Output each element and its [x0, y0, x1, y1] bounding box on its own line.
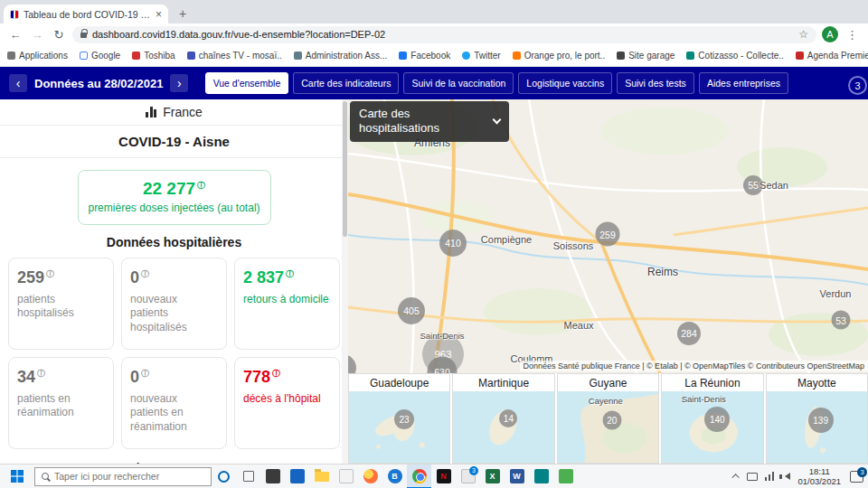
dashboard-navbar: ‹ Données au 28/02/2021 › Vue d'ensemble… — [0, 67, 868, 99]
tab-vue-densemble[interactable]: Vue d'ensemble — [205, 72, 289, 94]
info-icon[interactable]: ⓘ — [141, 269, 149, 278]
netflix-button[interactable]: N — [431, 465, 456, 488]
tab-suivi-vaccination[interactable]: Suivi de la vaccination — [403, 72, 514, 94]
taskbar-app-4[interactable] — [553, 465, 578, 488]
overseas-bubble[interactable]: 140 — [704, 407, 730, 432]
overseas-bubble[interactable]: 20 — [602, 411, 621, 430]
network-icon[interactable] — [765, 472, 775, 481]
overseas-card-martinique[interactable]: Martinique 14 — [452, 373, 554, 464]
notification-count-badge[interactable]: 3 — [848, 76, 867, 95]
bookmark-site-garage[interactable]: Site garage — [617, 51, 675, 61]
overseas-bubble[interactable]: 139 — [808, 408, 834, 433]
sidebar-scrollbar-thumb[interactable] — [343, 101, 347, 237]
browser-tab[interactable]: Tableau de bord COVID-19 Suivi × — [4, 5, 168, 23]
browser-menu-icon[interactable]: ⋮ — [844, 28, 861, 42]
reload-button[interactable]: ↻ — [51, 26, 67, 42]
tab-suivi-des-tests[interactable]: Suivi des tests — [617, 72, 694, 94]
browser-tabstrip: Tableau de bord COVID-19 Suivi × + — [0, 0, 868, 23]
tab-close-icon[interactable]: × — [156, 8, 162, 21]
bookmark-twitter[interactable]: Twitter — [462, 51, 500, 61]
info-icon[interactable]: ⓘ — [286, 269, 294, 278]
bookmark-chaines-tv[interactable]: chaînes TV - mosaï.. — [187, 51, 282, 61]
volume-icon[interactable] — [781, 473, 790, 480]
next-date-button[interactable]: › — [170, 74, 188, 92]
info-icon[interactable]: ⓘ — [272, 369, 280, 378]
taskbar-search[interactable] — [34, 467, 212, 486]
taskbar-app-b[interactable]: B — [382, 465, 407, 488]
notification-count: 3 — [857, 467, 867, 477]
tab-favicon-icon — [10, 10, 19, 19]
overseas-card-guadeloupe[interactable]: Guadeloupe 23 — [348, 373, 450, 464]
orange-favicon-icon — [513, 52, 521, 60]
overseas-card-mayotte[interactable]: Mayotte 139 — [766, 373, 868, 464]
tab-carte-des-indicateurs[interactable]: Carte des indicateurs — [293, 72, 399, 94]
tab-logistique-vaccins[interactable]: Logistique vaccins — [518, 72, 612, 94]
map-bubble-259[interactable]: 259 — [596, 222, 620, 247]
file-explorer-button[interactable] — [309, 465, 334, 488]
taskbar-clock[interactable]: 18:11 01/03/2021 — [797, 466, 841, 487]
bookmark-google[interactable]: Google — [80, 51, 120, 61]
bookmark-facebook[interactable]: Facebook — [399, 51, 450, 61]
taskbar-app-2[interactable] — [285, 465, 309, 488]
display-icon[interactable] — [747, 473, 758, 481]
profile-avatar[interactable]: A — [822, 26, 838, 42]
stat-card-retours-domicile: 2 837ⓘ retours à domicile — [234, 258, 340, 350]
overseas-card-guyane[interactable]: Guyane Cayenne 20 — [557, 373, 659, 464]
forward-button[interactable]: → — [29, 26, 45, 42]
url-bar[interactable]: dashboard.covid19.data.gouv.fr/vue-d-ens… — [72, 26, 816, 43]
hospital-stats-grid: 259ⓘ patients hospitalisés 0ⓘ nouveaux p… — [0, 258, 348, 449]
overseas-title: Mayotte — [767, 374, 867, 391]
back-button[interactable]: ← — [7, 26, 24, 42]
map-bubble-405[interactable]: 405 — [398, 297, 425, 324]
cortana-icon — [218, 471, 230, 483]
tab-aides-entreprises[interactable]: Aides entreprises — [699, 72, 788, 94]
taskbar-app-3[interactable] — [529, 465, 553, 488]
bookmark-orange-pro[interactable]: Orange pro, le port.. — [513, 51, 606, 61]
administration-favicon-icon — [294, 52, 302, 60]
map-layer-dropdown[interactable]: Carte des hospitalisations — [350, 101, 509, 142]
map-city-soissons: Soissons — [553, 240, 594, 251]
territory-selector[interactable]: France — [0, 99, 348, 126]
calculator-button[interactable] — [334, 465, 358, 488]
overseas-bubble[interactable]: 23 — [394, 409, 414, 429]
bookmark-star-icon[interactable]: ☆ — [798, 28, 808, 41]
tab-title: Tableau de bord COVID-19 Suivi — [24, 9, 151, 20]
excel-button[interactable]: X — [480, 465, 505, 488]
info-icon[interactable]: ⓘ — [37, 369, 45, 378]
overseas-city-cayenne: Cayenne — [589, 396, 623, 406]
word-button[interactable]: W — [505, 465, 529, 488]
info-icon[interactable]: ⓘ — [197, 181, 205, 190]
task-view-icon — [243, 471, 254, 482]
start-button[interactable] — [0, 465, 34, 488]
tv-favicon-icon — [187, 52, 195, 60]
overseas-bubble[interactable]: 14 — [499, 409, 517, 427]
info-icon[interactable]: ⓘ — [46, 269, 54, 278]
bookmark-administration[interactable]: Administration Ass... — [294, 51, 388, 61]
bookmark-applications[interactable]: Applications — [7, 51, 68, 61]
info-icon[interactable]: ⓘ — [141, 369, 149, 378]
firefox-button[interactable] — [358, 465, 382, 488]
map-bubble-53[interactable]: 53 — [832, 311, 851, 330]
tray-expand-icon[interactable] — [731, 474, 739, 481]
notification-center-icon[interactable]: 3 — [850, 471, 863, 483]
bookmark-toshiba[interactable]: Toshiba — [132, 51, 175, 61]
taskbar-search-input[interactable] — [54, 471, 204, 482]
word-icon: W — [510, 469, 524, 483]
taskbar-app-with-badge[interactable]: 3 — [456, 465, 480, 488]
taskbar-app-1[interactable] — [260, 465, 285, 488]
map-bubble-410[interactable]: 410 — [439, 230, 467, 257]
map-bubble-284[interactable]: 284 — [677, 322, 701, 345]
stat-card-nouveaux-hospitalises: 0ⓘ nouveaux patients hospitalisés — [121, 258, 227, 350]
app-b-icon: B — [388, 469, 402, 483]
new-tab-button[interactable]: + — [175, 6, 190, 21]
bookmark-cotizasso[interactable]: Cotizasso - Collecte.. — [686, 51, 783, 61]
bookmark-agenda[interactable]: Agenda Premier Mi... — [796, 51, 868, 61]
task-view-button[interactable] — [236, 465, 260, 488]
overseas-card-la-reunion[interactable]: La Réunion Saint-Denis 140 — [661, 373, 763, 464]
cortana-button[interactable] — [212, 465, 236, 488]
section-title-hospital: Données hospitalières — [0, 235, 348, 249]
map-city-compiegne: Compiègne — [481, 234, 532, 245]
chrome-button[interactable] — [407, 465, 431, 488]
hospitalisations-map[interactable]: Carte des hospitalisations Amiens Sedan … — [348, 99, 868, 373]
previous-date-button[interactable]: ‹ — [9, 74, 27, 92]
